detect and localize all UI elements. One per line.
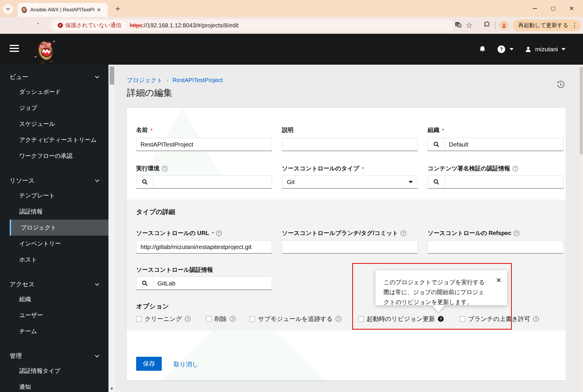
forward-button[interactable]: [18, 22, 28, 29]
chevron-down-icon: [95, 178, 99, 182]
sidebar-group-resources-header[interactable]: リソース: [0, 174, 108, 188]
tab-close-icon[interactable]: ✕: [97, 7, 101, 13]
breadcrumb-projects-link[interactable]: プロジェクト: [127, 76, 163, 84]
sidebar-item-activity-stream[interactable]: アクティビティーストリーム: [0, 132, 108, 148]
scm-credential-input[interactable]: [153, 277, 272, 289]
user-menu[interactable]: mizutani: [525, 46, 566, 53]
browser-menu-icon[interactable]: ⋮: [571, 22, 578, 29]
browser-scrollbar[interactable]: [580, 65, 583, 392]
history-icon[interactable]: [556, 80, 565, 90]
security-warning-chip[interactable]: ✕ 保護されていない通信: [54, 21, 126, 30]
sidebar-item-workflow-approvals[interactable]: ワークフローの承認: [0, 148, 108, 164]
clean-checkbox[interactable]: [136, 316, 142, 322]
execution-env-input[interactable]: [153, 176, 272, 188]
sidebar-item-credentials[interactable]: 認証情報: [0, 204, 108, 220]
sidebar-group-access-header[interactable]: アクセス: [0, 277, 108, 291]
scrollbar-thumb[interactable]: [110, 66, 114, 84]
tab-title: Ansible AWX | RestAPITestProjec: [30, 7, 95, 13]
sidebar-item-credential-types[interactable]: 認証情報タイプ: [0, 363, 108, 379]
execution-env-label: 実行環境?: [136, 165, 168, 172]
back-button[interactable]: [5, 22, 15, 29]
profile-avatar[interactable]: [499, 21, 509, 30]
bookmark-star-icon[interactable]: ☆: [466, 21, 473, 30]
sidebar-item-users[interactable]: ユーザー: [0, 307, 108, 323]
app-scrollbar[interactable]: ▼: [108, 65, 115, 392]
svg-text:?: ?: [500, 47, 503, 52]
help-icon[interactable]: ?: [533, 316, 539, 322]
sidebar-item-hosts[interactable]: ホスト: [0, 252, 108, 268]
checkbox-track-submodules: サブモジュールを追跡する ?: [250, 315, 341, 323]
scm-url-input[interactable]: [136, 240, 272, 254]
checkbox-clean: クリーニング ?: [136, 315, 191, 323]
track-submodules-checkbox[interactable]: [250, 316, 255, 322]
scrollbar-down-arrow[interactable]: ▼: [110, 386, 114, 391]
window-maximize-button[interactable]: [549, 5, 557, 12]
help-icon[interactable]: ?: [336, 316, 341, 322]
search-icon[interactable]: [428, 176, 445, 188]
hamburger-icon: [10, 45, 19, 46]
save-button[interactable]: 保存: [136, 357, 162, 371]
checkbox-label: 削除: [215, 315, 227, 323]
update-on-launch-checkbox[interactable]: [358, 316, 364, 322]
help-icon[interactable]: ?: [401, 230, 406, 236]
sidebar-item-jobs[interactable]: ジョブ: [0, 100, 108, 116]
caret-down-icon: [409, 181, 413, 183]
sidebar-item-teams[interactable]: チーム: [0, 323, 108, 339]
scm-branch-label: ソースコントロールブランチ/タグ/コミット?: [282, 229, 406, 237]
help-icon[interactable]: ?: [514, 230, 519, 236]
organization-input[interactable]: [445, 138, 563, 151]
tab-search-button[interactable]: [3, 4, 13, 14]
help-icon[interactable]: ?: [162, 166, 168, 172]
scm-refspec-input[interactable]: [428, 240, 563, 254]
tooltip-text: このプロジェクトでジョブを実行する際は常に、ジョブの開始前にプロジェクトのリビジ…: [384, 279, 485, 305]
scrollbar-thumb[interactable]: [580, 67, 583, 154]
search-icon[interactable]: [136, 176, 153, 188]
security-warning-text: 保護されていない通信: [65, 22, 122, 29]
scm-branch-input[interactable]: [282, 240, 418, 254]
awx-mascot-logo[interactable]: [31, 36, 59, 65]
sidebar-item-projects[interactable]: プロジェクト: [10, 220, 108, 236]
browser-toolbar: ✕ 保護されていない通信 https://192.168.1.12:8043/#…: [0, 17, 583, 34]
help-icon[interactable]: ?: [216, 230, 222, 236]
checkbox-label: ブランチの上書き許可: [468, 315, 530, 323]
description-input[interactable]: [282, 138, 418, 151]
sidebar-item-organizations[interactable]: 組織: [0, 291, 108, 307]
content-signature-input[interactable]: [445, 176, 563, 188]
extensions-icon[interactable]: [484, 21, 491, 30]
scm-type-select[interactable]: Git: [282, 175, 418, 189]
window-close-button[interactable]: ✕: [568, 5, 575, 12]
tooltip-popover: このプロジェクトでジョブを実行する際は常に、ジョブの開始前にプロジェクトのリビジ…: [375, 270, 507, 305]
cancel-button[interactable]: 取り消し: [173, 360, 198, 368]
help-icon[interactable]: ?: [512, 166, 518, 172]
name-label: 名前*: [136, 126, 152, 134]
required-asterisk: *: [442, 128, 444, 133]
browser-tab[interactable]: Ansible AWX | RestAPITestProjec ✕: [17, 3, 108, 17]
url-bar[interactable]: ✕ 保護されていない通信 https://192.168.1.12:8043/#…: [49, 19, 454, 31]
name-input[interactable]: [136, 138, 272, 151]
window-minimize-button[interactable]: [531, 5, 539, 12]
breadcrumb-project-link[interactable]: RestAPITestProject: [173, 77, 223, 84]
reload-button[interactable]: [32, 22, 42, 29]
sidebar-item-templates[interactable]: テンプレート: [0, 188, 108, 204]
sidebar-item-notifications[interactable]: 通知: [0, 379, 108, 392]
search-icon[interactable]: [136, 277, 153, 289]
help-icon-active[interactable]: ?: [438, 316, 444, 322]
tooltip-close-icon[interactable]: ✕: [496, 276, 501, 285]
help-icon[interactable]: ?: [185, 316, 191, 322]
notifications-bell-icon[interactable]: [479, 45, 486, 53]
sidebar-group-administration-header[interactable]: 管理: [0, 349, 108, 363]
restart-update-button[interactable]: 再起動して更新する ⋮: [513, 20, 581, 31]
allow-branch-override-checkbox[interactable]: [460, 316, 465, 322]
maximize-icon: [551, 7, 555, 10]
nav-toggle-button[interactable]: [10, 45, 19, 52]
sidebar-item-schedules[interactable]: スケジュール: [0, 116, 108, 132]
delete-checkbox[interactable]: [206, 316, 212, 322]
sidebar-item-inventories[interactable]: インベントリー: [0, 236, 108, 252]
help-icon[interactable]: ?: [230, 316, 236, 322]
new-tab-button[interactable]: ＋: [114, 5, 122, 12]
sidebar-item-dashboard[interactable]: ダッシュボード: [0, 84, 108, 100]
translate-icon[interactable]: G文: [455, 21, 462, 30]
search-icon[interactable]: [428, 138, 445, 151]
help-menu[interactable]: ?: [497, 45, 514, 53]
sidebar-group-views-header[interactable]: ビュー: [0, 70, 108, 84]
